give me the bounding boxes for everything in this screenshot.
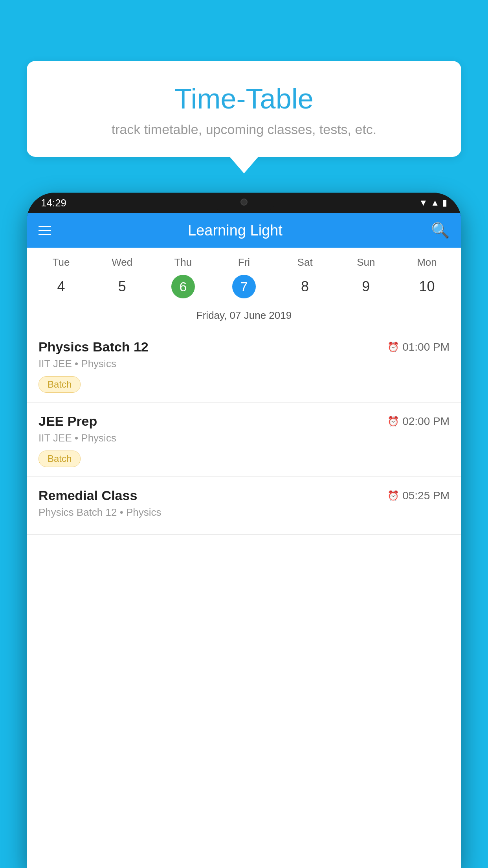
day-wed[interactable]: Wed xyxy=(92,256,152,268)
signal-icon: ▲ xyxy=(431,198,439,208)
wifi-icon: ▼ xyxy=(419,198,427,208)
camera-lens xyxy=(240,199,248,206)
clock-icon-2: ⏰ xyxy=(387,416,399,427)
schedule-subtitle-1: IIT JEE • Physics xyxy=(39,358,449,370)
schedule-time-1: ⏰ 01:00 PM xyxy=(387,341,449,353)
status-time: 14:29 xyxy=(41,197,66,209)
search-icon[interactable]: 🔍 xyxy=(431,222,449,239)
speech-bubble-card: Time-Table track timetable, upcoming cla… xyxy=(27,61,461,157)
bubble-subtitle: track timetable, upcoming classes, tests… xyxy=(42,122,446,137)
day-thu[interactable]: Thu xyxy=(152,256,213,268)
hamburger-menu-button[interactable] xyxy=(39,226,51,235)
week-dates-row: 4 5 6 7 8 9 10 xyxy=(27,272,461,305)
phone-mockup: 14:29 ▼ ▲ ▮ Learning Light 🔍 xyxy=(27,193,461,868)
date-7-selected[interactable]: 7 xyxy=(232,275,256,298)
date-8[interactable]: 8 xyxy=(275,275,336,298)
phone-screen: Tue Wed Thu Fri Sat Sun Mon 4 5 6 7 8 xyxy=(27,248,461,868)
bubble-title: Time-Table xyxy=(42,83,446,115)
date-4[interactable]: 4 xyxy=(31,275,92,298)
app-title: Learning Light xyxy=(62,222,408,239)
week-days-row: Tue Wed Thu Fri Sat Sun Mon xyxy=(27,248,461,272)
date-9[interactable]: 9 xyxy=(336,275,396,298)
phone-notch xyxy=(213,193,275,211)
schedule-subtitle-2: IIT JEE • Physics xyxy=(39,432,449,444)
schedule-title-3: Remedial Class xyxy=(39,488,137,503)
schedule-item-1[interactable]: Physics Batch 12 ⏰ 01:00 PM IIT JEE • Ph… xyxy=(27,328,461,403)
app-header: Learning Light 🔍 xyxy=(27,213,461,248)
day-fri[interactable]: Fri xyxy=(213,256,274,268)
clock-icon-1: ⏰ xyxy=(387,342,399,353)
batch-tag-1: Batch xyxy=(39,376,81,393)
schedule-title-1: Physics Batch 12 xyxy=(39,339,149,355)
date-5[interactable]: 5 xyxy=(92,275,152,298)
schedule-time-3: ⏰ 05:25 PM xyxy=(387,489,449,502)
selected-date-label: Friday, 07 June 2019 xyxy=(27,305,461,328)
schedule-list: Physics Batch 12 ⏰ 01:00 PM IIT JEE • Ph… xyxy=(27,328,461,535)
schedule-item-2[interactable]: JEE Prep ⏰ 02:00 PM IIT JEE • Physics Ba… xyxy=(27,403,461,477)
time-value-3: 05:25 PM xyxy=(402,489,449,502)
schedule-item-3[interactable]: Remedial Class ⏰ 05:25 PM Physics Batch … xyxy=(27,477,461,535)
status-icons: ▼ ▲ ▮ xyxy=(419,198,447,208)
battery-icon: ▮ xyxy=(442,198,447,208)
schedule-title-2: JEE Prep xyxy=(39,414,97,429)
calendar-section: Tue Wed Thu Fri Sat Sun Mon 4 5 6 7 8 xyxy=(27,248,461,328)
clock-icon-3: ⏰ xyxy=(387,490,399,501)
schedule-time-2: ⏰ 02:00 PM xyxy=(387,415,449,428)
status-bar: 14:29 ▼ ▲ ▮ xyxy=(27,193,461,213)
schedule-subtitle-3: Physics Batch 12 • Physics xyxy=(39,506,449,519)
time-value-1: 01:00 PM xyxy=(402,341,449,353)
day-tue[interactable]: Tue xyxy=(31,256,92,268)
date-6-today[interactable]: 6 xyxy=(171,275,195,298)
time-value-2: 02:00 PM xyxy=(402,415,449,428)
day-sun[interactable]: Sun xyxy=(336,256,396,268)
day-mon[interactable]: Mon xyxy=(396,256,457,268)
batch-tag-2: Batch xyxy=(39,451,81,467)
date-10[interactable]: 10 xyxy=(396,275,457,298)
day-sat[interactable]: Sat xyxy=(275,256,336,268)
